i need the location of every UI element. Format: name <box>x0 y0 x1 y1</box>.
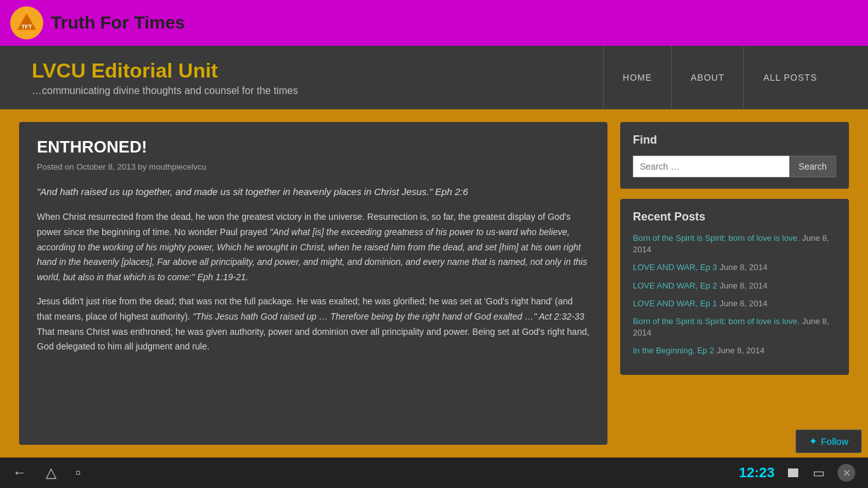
share-icon[interactable]: ⯀ <box>787 466 800 480</box>
nav-about[interactable]: ABOUT <box>671 46 743 109</box>
nav-all-posts[interactable]: ALL POSTS <box>743 46 836 109</box>
search-button[interactable]: Search <box>789 156 836 177</box>
recent-post-date-3: June 8, 2014 <box>719 299 767 308</box>
recent-post-link-2[interactable]: LOVE AND WAR, Ep 2 <box>633 281 717 290</box>
bottom-right: 12:23 ⯀ ▭ ✕ <box>739 464 855 482</box>
follow-label: Follow <box>821 436 848 447</box>
article-body-2: Jesus didn't just rise from the dead; th… <box>37 294 590 355</box>
recent-post-link-4[interactable]: Born of the Spirit is Spirit; born of lo… <box>633 316 799 326</box>
article-quote: "And hath raised us up together, and mad… <box>37 184 590 200</box>
recent-post-item: Born of the Spirit is Spirit; born of lo… <box>633 233 836 255</box>
recent-post-link-0[interactable]: Born of the Spirit is Spirit; born of lo… <box>633 233 799 243</box>
recent-posts-list: Born of the Spirit is Spirit; born of lo… <box>633 233 836 357</box>
screen-icon[interactable]: ▭ <box>813 465 825 480</box>
article-body-1: When Christ resurrected from the dead, h… <box>37 210 590 285</box>
recent-post-item: LOVE AND WAR, Ep 2June 8, 2014 <box>633 280 836 292</box>
site-tagline: …communicating divine thoughts and couns… <box>32 85 603 97</box>
sidebar: Find Search Recent Posts Born of the Spi… <box>620 122 849 445</box>
recent-post-item: Born of the Spirit is Spirit; born of lo… <box>633 316 836 339</box>
search-box: Find Search <box>620 122 849 189</box>
clock: 12:23 <box>739 464 775 481</box>
recent-post-date-5: June 8, 2014 <box>717 346 764 355</box>
home-icon[interactable]: △ <box>46 464 57 481</box>
search-input[interactable] <box>633 156 789 177</box>
site-header: LVCU Editorial Unit …communicating divin… <box>0 46 868 109</box>
body2-italic: "This Jesus hath God raised up … Therefo… <box>193 311 584 322</box>
recent-post-link-1[interactable]: LOVE AND WAR, Ep 3 <box>633 262 717 272</box>
close-button[interactable]: ✕ <box>837 464 855 482</box>
svg-text:TFT: TFT <box>22 24 32 30</box>
recent-post-date-2: June 8, 2014 <box>719 281 767 290</box>
site-logo: TFT <box>10 6 43 39</box>
recent-post-link-3[interactable]: LOVE AND WAR, Ep 1 <box>633 299 717 308</box>
site-title: Truth For Times <box>51 13 185 33</box>
recent-apps-icon[interactable]: ▫ <box>76 464 81 481</box>
body2-end: That means Christ was enthroned; he was … <box>37 327 589 352</box>
bottom-bar: ← △ ▫ 12:23 ⯀ ▭ ✕ <box>0 458 868 488</box>
recent-posts-box: Recent Posts Born of the Spirit is Spiri… <box>620 199 849 375</box>
recent-posts-label: Recent Posts <box>633 210 836 224</box>
content-area: ENTHRONED! Posted on October 8, 2013 by … <box>0 109 868 458</box>
nav-icons: ← △ ▫ <box>13 464 81 481</box>
follow-plus-icon: ✦ <box>809 435 817 447</box>
back-icon[interactable]: ← <box>13 464 27 481</box>
recent-post-date-1: June 8, 2014 <box>719 262 767 272</box>
search-row: Search <box>633 156 836 177</box>
recent-post-item: LOVE AND WAR, Ep 3June 8, 2014 <box>633 262 836 273</box>
recent-post-link-5[interactable]: In the Beginning, Ep 2 <box>633 346 714 355</box>
recent-post-item: In the Beginning, Ep 2June 8, 2014 <box>633 345 836 356</box>
main-nav: HOME ABOUT ALL POSTS <box>603 46 836 109</box>
top-bar: TFT Truth For Times <box>0 0 868 46</box>
follow-button[interactable]: ✦ Follow <box>796 430 862 453</box>
main-article: ENTHRONED! Posted on October 8, 2013 by … <box>19 122 607 445</box>
site-name: LVCU Editorial Unit <box>32 59 603 83</box>
nav-home[interactable]: HOME <box>603 46 671 109</box>
find-label: Find <box>633 133 836 147</box>
recent-post-item: LOVE AND WAR, Ep 1June 8, 2014 <box>633 298 836 309</box>
post-meta: Posted on October 8, 2013 by mouthpiecel… <box>37 162 590 172</box>
header-left: LVCU Editorial Unit …communicating divin… <box>32 59 603 97</box>
article-title: ENTHRONED! <box>37 137 590 157</box>
